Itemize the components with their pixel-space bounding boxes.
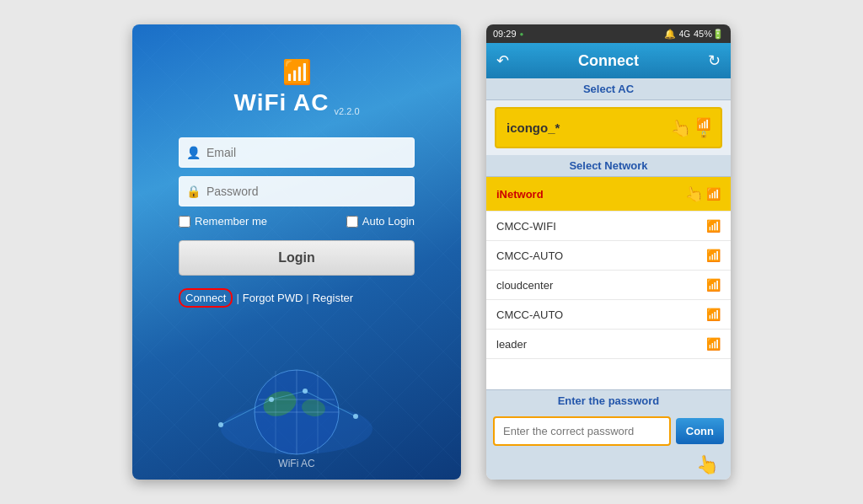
selected-ac-name: icongo_*	[507, 121, 560, 135]
svg-point-15	[218, 422, 223, 427]
selected-ac-row[interactable]: icongo_* 👆 📶 🔒	[495, 107, 722, 148]
cursor-hand-network: 👆	[683, 183, 705, 206]
connect-title: Connect	[578, 52, 639, 70]
email-field[interactable]	[179, 137, 415, 168]
wifi-icon-4: 📶	[706, 337, 721, 351]
network-name-2: cloudcenter	[496, 279, 706, 292]
footer-label: WiFi AC	[278, 458, 314, 469]
email-icon: 👤	[186, 146, 201, 159]
time-display: 09:29	[493, 29, 517, 39]
connect-header: ↶ Connect ↻	[486, 43, 731, 78]
email-wrapper: 👤	[179, 137, 415, 168]
status-bar: 09:29 ● 🔔 4G 45%🔋	[486, 24, 731, 43]
wifi-icon-3: 📶	[706, 308, 721, 321]
network-item-inetword[interactable]: iNetword 👆 📶	[486, 177, 731, 212]
network-name-4: leader	[496, 338, 706, 351]
ac-wifi-lock-icon: 📶 🔒	[696, 117, 710, 138]
network-item-cmcc-wifi[interactable]: CMCC-WIFI 📶	[486, 212, 731, 241]
version-label: v2.2.0	[335, 106, 360, 116]
register-link[interactable]: Register	[313, 292, 353, 304]
connect-link[interactable]: Connect	[179, 288, 233, 308]
separator-1: |	[236, 292, 239, 304]
refresh-icon[interactable]: ↻	[708, 51, 721, 70]
back-icon[interactable]: ↶	[496, 51, 509, 70]
cursor-hand-ac: 👆	[667, 115, 693, 141]
wifi-icon-2: 📶	[706, 278, 721, 292]
auto-login-label: Auto Login	[362, 215, 415, 228]
links-row: Connect | Forgot PWD | Register	[179, 288, 415, 308]
password-input-row: Conn	[486, 411, 731, 454]
globe-illustration	[204, 349, 389, 458]
alarm-icon: 🔔	[664, 29, 676, 40]
password-input[interactable]	[493, 416, 671, 446]
svg-point-13	[303, 389, 308, 394]
selected-ac-container: icongo_* 👆 📶 🔒	[486, 100, 731, 155]
wifi-icon: 📶	[282, 58, 312, 86]
app-title: WiFi AC	[234, 89, 330, 116]
network-name-0: CMCC-WIFI	[496, 220, 706, 233]
remember-me-label: Remember me	[195, 215, 267, 228]
svg-point-14	[353, 414, 358, 419]
signal-4g: 4G	[679, 29, 690, 39]
network-name-3: CMCC-AUTO	[496, 308, 706, 321]
lock-icon: 🔒	[186, 185, 201, 198]
network-name-inetword: iNetword	[496, 188, 684, 201]
login-form: 👤 🔒 Remember me Auto Login Login Connect…	[179, 137, 415, 308]
status-time: 09:29 ●	[493, 29, 523, 39]
remember-me-item: Remember me	[179, 215, 267, 228]
wifi-icon-0: 📶	[706, 219, 721, 233]
auto-login-item: Auto Login	[346, 215, 415, 228]
wifi-icon-inetword: 📶	[706, 187, 721, 201]
left-panel: 📶 WiFi AC v2.2.0 👤 🔒 Remember me Auto Lo…	[132, 24, 461, 480]
remember-me-checkbox[interactable]	[179, 216, 190, 228]
network-item-cmcc-auto-2[interactable]: CMCC-AUTO 📶	[486, 300, 731, 330]
network-item-cloudcenter[interactable]: cloudcenter 📶	[486, 271, 731, 300]
cursor-hand-conn: 👆	[694, 453, 721, 478]
network-list: iNetword 👆 📶 CMCC-WIFI 📶 CMCC-AUTO 📶 clo…	[486, 177, 731, 389]
password-field[interactable]	[179, 176, 415, 206]
password-wrapper: 🔒	[179, 176, 415, 206]
options-row: Remember me Auto Login	[179, 215, 415, 228]
select-ac-label: Select AC	[486, 78, 731, 100]
right-panel: 09:29 ● 🔔 4G 45%🔋 ↶ Connect ↻ Select AC …	[486, 24, 731, 480]
select-network-label: Select Network	[486, 155, 731, 177]
svg-point-12	[269, 397, 274, 402]
wifi-icon-1: 📶	[706, 249, 721, 262]
network-item-cmcc-auto-1[interactable]: CMCC-AUTO 📶	[486, 241, 731, 271]
dot-indicator: ●	[520, 30, 524, 38]
battery-icon: 45%🔋	[694, 29, 724, 40]
password-section: Enter the password Conn 👆	[486, 389, 731, 480]
separator-2: |	[306, 292, 308, 304]
status-icons: 🔔 4G 45%🔋	[664, 29, 724, 40]
auto-login-checkbox[interactable]	[346, 216, 358, 228]
app-header: 📶 WiFi AC v2.2.0	[234, 58, 360, 116]
forgot-pwd-link[interactable]: Forgot PWD	[243, 292, 303, 304]
network-name-1: CMCC-AUTO	[496, 249, 706, 262]
network-item-leader[interactable]: leader 📶	[486, 330, 731, 359]
enter-password-label: Enter the password	[486, 390, 731, 411]
login-button[interactable]: Login	[179, 240, 415, 276]
conn-button[interactable]: Conn	[676, 418, 724, 444]
